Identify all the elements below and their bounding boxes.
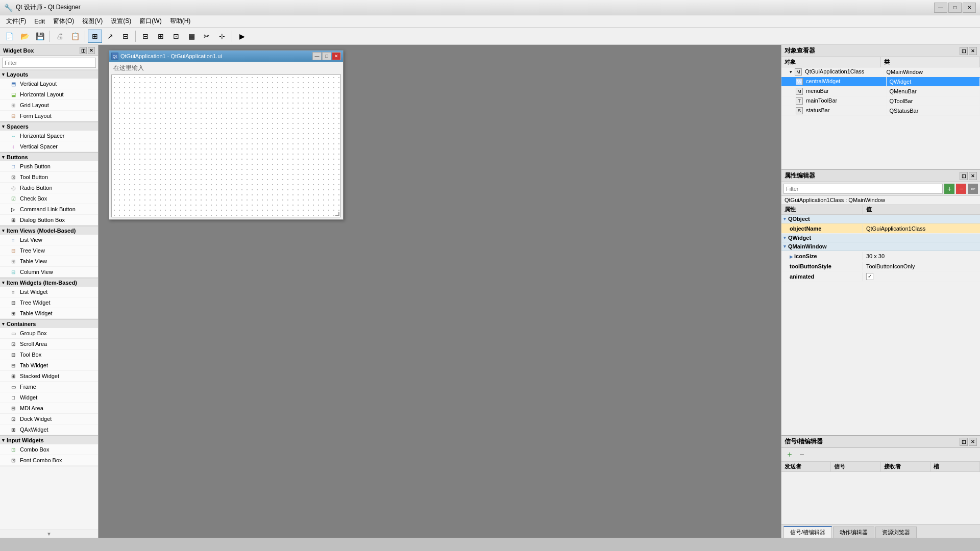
minimize-button[interactable]: —	[934, 3, 947, 13]
wb-widget[interactable]: □ Widget	[0, 392, 98, 403]
category-item-widgets-header[interactable]: ▾ Item Widgets (Item-Based)	[0, 279, 98, 287]
wb-vertical-spacer[interactable]: ↕ Vertical Spacer	[0, 141, 98, 152]
toolbar-save[interactable]: 💾	[33, 30, 47, 43]
wb-column-view[interactable]: ⊟ Column View	[0, 267, 98, 278]
prop-add-btn[interactable]: +	[944, 184, 954, 194]
toolbar-layout-h[interactable]: ⊟	[138, 30, 153, 43]
category-item-views-header[interactable]: ▾ Item Views (Model-Based)	[0, 227, 98, 235]
wb-horizontal-spacer[interactable]: ↔ Horizontal Spacer	[0, 131, 98, 141]
menu-form[interactable]: 窗体(O)	[49, 16, 78, 27]
designer-maximize-btn[interactable]: □	[322, 52, 331, 60]
prop-group-qmainwindow[interactable]: ▾ QMainWindow	[781, 242, 980, 251]
obj-row-menubar[interactable]: M menuBar QMenuBar	[781, 87, 980, 96]
prop-remove-btn[interactable]: −	[956, 184, 966, 194]
wb-list-widget[interactable]: ≡ List Widget	[0, 287, 98, 297]
canvas-resize-handle[interactable]	[335, 212, 339, 216]
category-buttons-header[interactable]: ▾ Buttons	[0, 153, 98, 161]
prop-group-qobject[interactable]: ▾ QObject	[781, 215, 980, 223]
wb-dialog-button-box[interactable]: ⊞ Dialog Button Box	[0, 215, 98, 226]
wb-tool-box[interactable]: ⊟ Tool Box	[0, 349, 98, 360]
wb-frame[interactable]: ▭ Frame	[0, 382, 98, 392]
designer-minimize-btn[interactable]: —	[312, 52, 322, 60]
wb-group-box[interactable]: ▭ Group Box	[0, 328, 98, 339]
menu-edit[interactable]: Edit	[30, 17, 49, 26]
wb-vertical-layout[interactable]: ⬒ Vertical Layout	[0, 79, 98, 89]
tab-action-editor[interactable]: 动作编辑器	[833, 527, 874, 538]
widget-box-close[interactable]: ✕	[88, 47, 95, 54]
property-editor-float-btn[interactable]: ◫	[960, 172, 968, 180]
toolbar-layout-v[interactable]: ⊞	[154, 30, 168, 43]
wb-stacked-widget[interactable]: ⊞ Stacked Widget	[0, 371, 98, 382]
prop-row-iconsize[interactable]: ▶iconSize 30 x 30	[781, 251, 980, 261]
wb-check-box[interactable]: ☑ Check Box	[0, 193, 98, 204]
toolbar-layout-grid[interactable]: ⊡	[169, 30, 183, 43]
animated-checkbox[interactable]: ✓	[866, 273, 873, 280]
toolbar-layout-form[interactable]: ▤	[184, 30, 199, 43]
category-containers-header[interactable]: ▾ Containers	[0, 320, 98, 328]
wb-list-view[interactable]: ≡ List View	[0, 235, 98, 245]
tab-resource-browser[interactable]: 资源浏览器	[875, 527, 917, 538]
property-editor-close-btn[interactable]: ✕	[969, 172, 977, 180]
toolbar-mode-signal[interactable]: ↗	[103, 30, 117, 43]
category-spacers-header[interactable]: ▾ Spacers	[0, 122, 98, 131]
prop-row-objectname[interactable]: objectName QtGuiApplication1Class	[781, 223, 980, 234]
category-layouts-header[interactable]: ▾ Layouts	[0, 70, 98, 79]
wb-form-layout[interactable]: ⊟ Form Layout	[0, 111, 98, 121]
signal-slot-float-btn[interactable]: ◫	[960, 438, 968, 446]
prop-row-toolbuttonstyle[interactable]: toolButtonStyle ToolButtonIconOnly	[781, 261, 980, 271]
widget-box-filter-input[interactable]	[2, 58, 96, 68]
wb-radio-button[interactable]: ◎ Radio Button	[0, 183, 98, 193]
wb-tab-widget[interactable]: ⊟ Tab Widget	[0, 360, 98, 371]
menu-file[interactable]: 文件(F)	[2, 16, 30, 27]
toolbar-mode-widget[interactable]: ⊞	[88, 30, 102, 43]
obj-row-mainwindow[interactable]: ▾ M QtGuiApplication1Class QMainWindow	[781, 67, 980, 77]
object-inspector-float-btn[interactable]: ◫	[960, 47, 968, 55]
prop-expand-iconsize[interactable]: ▶	[790, 255, 793, 259]
maximize-button[interactable]: □	[948, 3, 962, 13]
close-button[interactable]: ✕	[963, 3, 976, 13]
toolbar-adjust-size[interactable]: ⊹	[215, 30, 229, 43]
wb-combo-box[interactable]: ⊡ Combo Box	[0, 444, 98, 455]
designer-close-btn[interactable]: ✕	[332, 52, 341, 60]
prop-edit-btn[interactable]: ✏	[968, 184, 978, 194]
designer-canvas[interactable]	[111, 74, 341, 217]
signal-remove-btn[interactable]: −	[797, 449, 807, 460]
menu-view[interactable]: 视图(V)	[78, 16, 107, 27]
widget-box-float[interactable]: ◫	[80, 47, 87, 54]
toolbar-mode-tab[interactable]: ⊟	[118, 30, 133, 43]
menu-window[interactable]: 窗口(W)	[135, 16, 165, 27]
toolbar-preview[interactable]: ▶	[235, 30, 249, 43]
toolbar-break-layout[interactable]: ✂	[200, 30, 214, 43]
prop-group-qwidget[interactable]: ▾ QWidget	[781, 234, 980, 242]
obj-row-centralwidget[interactable]: W centralWidget QWidget	[781, 77, 980, 87]
toolbar-print[interactable]: 🖨	[53, 30, 67, 43]
wb-mdi-area[interactable]: ⊟ MDI Area	[0, 403, 98, 414]
wb-tree-widget[interactable]: ⊟ Tree Widget	[0, 297, 98, 308]
obj-row-statusbar[interactable]: S statusBar QStatusBar	[781, 106, 980, 116]
signal-slot-close-btn[interactable]: ✕	[969, 438, 977, 446]
menu-help[interactable]: 帮助(H)	[166, 16, 195, 27]
wb-scroll-area[interactable]: ⊡ Scroll Area	[0, 339, 98, 349]
wb-font-combo-box[interactable]: ⊡ Font Combo Box	[0, 455, 98, 466]
toolbar-open[interactable]: 📂	[17, 30, 32, 43]
wb-table-widget[interactable]: ⊞ Table Widget	[0, 308, 98, 319]
wb-tool-button[interactable]: ⊡ Tool Button	[0, 172, 98, 183]
wb-qax-widget[interactable]: ⊞ QAxWidget	[0, 424, 98, 435]
tab-signal-slot-editor[interactable]: 信号/槽编辑器	[783, 526, 832, 538]
prop-row-animated[interactable]: animated ✓	[781, 271, 980, 282]
signal-add-btn[interactable]: +	[785, 449, 795, 460]
wb-tree-view[interactable]: ⊟ Tree View	[0, 245, 98, 256]
wb-push-button[interactable]: □ Push Button	[0, 161, 98, 172]
category-input-widgets-header[interactable]: ▾ Input Widgets	[0, 436, 98, 444]
wb-command-link[interactable]: ▷ Command Link Button	[0, 204, 98, 215]
toolbar-new[interactable]: 📄	[2, 30, 16, 43]
prop-filter-input[interactable]	[783, 184, 943, 194]
wb-horizontal-layout[interactable]: ⬓ Horizontal Layout	[0, 89, 98, 100]
menu-settings[interactable]: 设置(S)	[107, 16, 135, 27]
wb-dock-widget[interactable]: ⊡ Dock Widget	[0, 414, 98, 424]
obj-row-maintoolbar[interactable]: T mainToolBar QToolBar	[781, 96, 980, 106]
toolbar-copy[interactable]: 📋	[68, 30, 82, 43]
wb-table-view[interactable]: ⊞ Table View	[0, 256, 98, 267]
object-inspector-close-btn[interactable]: ✕	[969, 47, 977, 55]
wb-grid-layout[interactable]: ⊞ Grid Layout	[0, 100, 98, 111]
